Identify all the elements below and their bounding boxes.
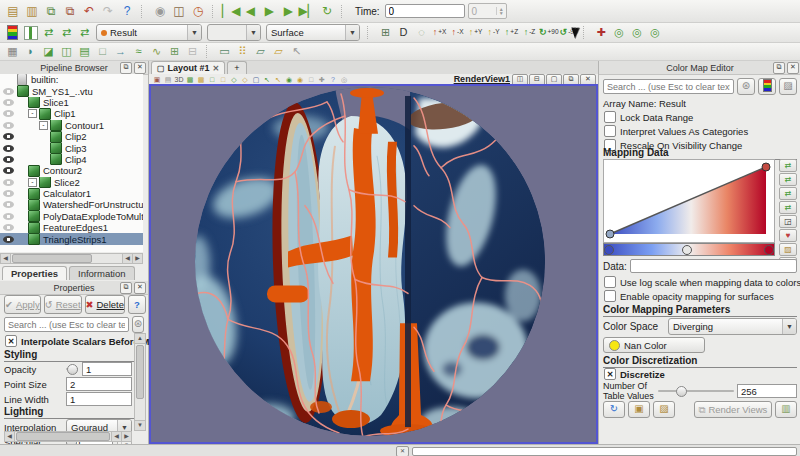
update-views-button[interactable]: ▥ — [775, 401, 797, 418]
play-icon[interactable]: ▶ — [260, 3, 278, 19]
warp-filter-icon[interactable]: ∿ — [148, 44, 165, 59]
zoom-to-data-icon[interactable]: D — [395, 25, 412, 40]
rescale-to-data-icon[interactable]: ⇄ — [40, 25, 57, 40]
select-points-through-icon[interactable]: ▱ — [270, 44, 287, 59]
slice-filter-icon[interactable]: ◫ — [58, 44, 75, 59]
render-view-label[interactable]: RenderView1 — [454, 74, 510, 84]
discretize-checkbox[interactable]: ✕ — [604, 368, 616, 380]
expander-icon[interactable]: - — [28, 178, 37, 187]
opacity-mapping-checkbox[interactable] — [604, 290, 616, 302]
edit-colormap-icon[interactable] — [4, 25, 21, 40]
pipeline-item-clip4[interactable]: Clip4 — [0, 154, 143, 165]
close-icon[interactable]: ✕ — [213, 64, 220, 73]
gear-icon[interactable]: ⊛ — [132, 316, 144, 333]
data-value-input[interactable] — [630, 259, 797, 273]
find-data-icon[interactable]: ◫ — [170, 3, 188, 19]
opacity-value[interactable]: 1 — [82, 362, 132, 376]
scroll-down-icon[interactable]: ▼ — [135, 420, 145, 430]
scroll-left2-icon[interactable]: ◀ — [111, 432, 121, 441]
transfer-function-editor[interactable] — [603, 159, 775, 243]
scroll-left-icon[interactable]: ◀ — [5, 432, 15, 441]
select-surface-points-icon[interactable]: ▩ — [196, 75, 206, 84]
color-scale-bar[interactable] — [603, 243, 775, 256]
contour-filter-icon[interactable]: ◗ — [22, 44, 39, 59]
tf-rescale-visible-icon[interactable]: ⇄ — [779, 201, 797, 214]
pipeline-item-contour2[interactable]: Contour2 — [0, 165, 143, 176]
search-input[interactable] — [4, 317, 129, 332]
visibility-eye-icon[interactable] — [3, 236, 14, 243]
left-color-handle[interactable] — [604, 245, 614, 255]
undo-icon[interactable]: ↶ — [80, 3, 98, 19]
render-views-button[interactable]: ⧉ Render Views — [694, 401, 772, 418]
properties-hscrollbar[interactable]: ◀ ◀ ▶ — [4, 431, 132, 442]
connect-icon[interactable]: ⧉ — [42, 3, 60, 19]
center-axes-icon[interactable]: ✚ — [593, 25, 610, 40]
tf-invert-icon[interactable]: ◲ — [779, 215, 797, 228]
last-frame-icon[interactable]: ▶▏ — [298, 3, 316, 19]
pipeline-item-polydataexplodetomultiblock1[interactable]: PolyDataExplodeToMultiblock1 — [0, 211, 143, 222]
pick-center-icon[interactable]: ◎ — [647, 25, 664, 40]
right-color-handle[interactable] — [764, 245, 774, 255]
hover-points-icon[interactable]: ◉ — [295, 75, 305, 84]
visibility-eye-icon[interactable] — [3, 201, 14, 208]
choose-preset-icon[interactable] — [758, 78, 776, 95]
search-input[interactable] — [603, 79, 734, 94]
scroll-up-icon[interactable]: ▲ — [135, 334, 145, 344]
show-center-icon[interactable]: ◎ — [611, 25, 628, 40]
tf-rescale-custom-icon[interactable]: ⇄ — [779, 173, 797, 186]
open-file-icon[interactable]: ▤ — [4, 3, 22, 19]
rescale-custom-range-icon[interactable]: ⇄ — [58, 25, 75, 40]
table-values-input[interactable]: 256 — [737, 384, 797, 398]
tf-choose-preset-icon[interactable]: ▨ — [779, 243, 797, 256]
gear-icon[interactable]: ⊛ — [737, 78, 755, 95]
selection-help-icon[interactable]: ? — [328, 75, 338, 84]
line-width-value[interactable]: 1 — [66, 392, 132, 406]
visibility-eye-icon[interactable] — [3, 145, 14, 152]
interactive-select-cells-icon[interactable]: ↖ — [262, 75, 272, 84]
clip-filter-icon[interactable]: ◪ — [40, 44, 57, 59]
pipeline-item-clip1[interactable]: -Clip1 — [0, 108, 143, 119]
cm-refresh-icon[interactable]: ↻ — [603, 401, 625, 418]
pipeline-item-trianglestrips1[interactable]: TriangleStrips1 — [0, 233, 143, 244]
spin-arrows-icon[interactable]: ▲▼ — [496, 7, 506, 15]
clear-selection-icon[interactable]: □ — [306, 75, 316, 84]
pipeline-item-slice1[interactable]: Slice1 — [0, 97, 143, 108]
interactive-select-icon[interactable]: ↖ — [288, 44, 305, 59]
delete-button[interactable]: ✖Delete — [85, 295, 125, 314]
glyph-filter-icon[interactable]: → — [112, 44, 129, 59]
hover-cells-icon[interactable]: ◉ — [284, 75, 294, 84]
pipeline-item-slice2[interactable]: -Slice2 — [0, 177, 143, 188]
render-viewport[interactable] — [149, 84, 598, 444]
spreadsheet-icon[interactable]: ▦ — [4, 44, 21, 59]
help-button[interactable]: ? — [128, 295, 146, 314]
undock-icon[interactable]: ⧉ — [120, 62, 132, 74]
set-view-plus-x-icon[interactable]: ↑+X — [431, 25, 448, 40]
visibility-eye-icon[interactable] — [3, 122, 14, 129]
close-icon[interactable]: ✕ — [134, 282, 146, 294]
log-scale-checkbox[interactable] — [604, 276, 616, 288]
scroll-thumb[interactable] — [136, 345, 144, 399]
load-state-icon[interactable]: ▥ — [23, 3, 41, 19]
visibility-eye-icon[interactable] — [3, 224, 14, 231]
rescale-visible-icon[interactable]: ⇄ — [76, 25, 93, 40]
pipeline-item-sm-ys1-vtu[interactable]: SM_YS1_..vtu — [0, 85, 143, 96]
interactive-select-points-icon[interactable]: ↖ — [273, 75, 283, 84]
opacity-slider[interactable] — [66, 364, 78, 374]
select-cells-on-icon[interactable]: ▭ — [216, 44, 233, 59]
pipeline-item-clip3[interactable]: Clip3 — [0, 142, 143, 153]
select-surface-cells-icon[interactable]: ▩ — [185, 75, 195, 84]
properties-vscrollbar[interactable]: ▲ ▼ — [134, 333, 146, 431]
group-datasets-icon[interactable]: ⊞ — [166, 44, 183, 59]
undock-icon[interactable]: ⧉ — [773, 62, 785, 74]
zoom-to-box-icon[interactable]: ◌ — [413, 25, 430, 40]
view-settings-icon[interactable]: ◎ — [339, 75, 349, 84]
grow-selection-icon[interactable]: ✚ — [317, 75, 327, 84]
select-polygon-cells-icon[interactable]: ◇ — [229, 75, 239, 84]
redo-icon[interactable]: ↷ — [99, 3, 117, 19]
visibility-eye-icon[interactable] — [3, 88, 14, 95]
abort-button[interactable]: ✕ — [396, 446, 409, 456]
visibility-eye-icon[interactable] — [3, 156, 14, 163]
loop-icon[interactable]: ↻ — [318, 3, 336, 19]
select-block-icon[interactable]: ▢ — [251, 75, 261, 84]
help-icon[interactable]: ? — [118, 3, 136, 19]
